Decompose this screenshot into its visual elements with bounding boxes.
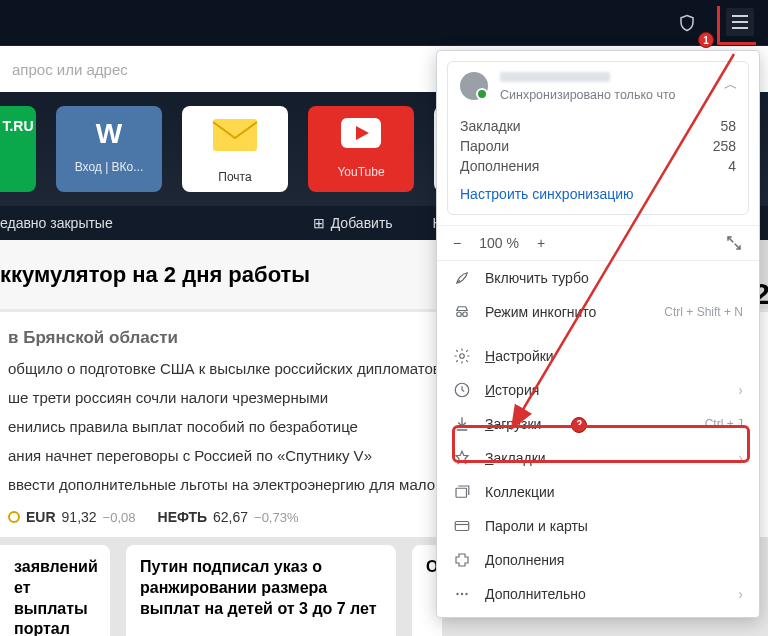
news-card[interactable]: Путин подписал указ о ранжировании разме… — [126, 545, 396, 636]
card-icon — [453, 517, 471, 535]
tile-textru[interactable]: T.RU — [0, 106, 36, 192]
sync-row: Пароли258 — [460, 136, 736, 156]
svg-point-4 — [457, 312, 462, 317]
dot-icon — [8, 511, 20, 523]
sync-status-box[interactable]: Синхронизировано только что ︿ Закладки58… — [447, 61, 749, 215]
tile-mail[interactable]: Почта — [182, 106, 288, 192]
download-icon — [453, 415, 471, 433]
svg-point-5 — [463, 312, 468, 317]
menu-downloads[interactable]: Загрузки 2 Ctrl + J — [437, 407, 759, 441]
star-icon — [453, 449, 471, 467]
dots-icon — [453, 585, 471, 603]
zoom-value: 100 % — [479, 235, 519, 251]
svg-rect-8 — [456, 488, 467, 497]
main-menu-panel: Синхронизировано только что ︿ Закладки58… — [436, 50, 760, 618]
sync-row: Дополнения4 — [460, 156, 736, 176]
menu-addons[interactable]: Дополнения — [437, 543, 759, 577]
browser-titlebar: 1 — [0, 0, 768, 46]
add-tile[interactable]: ⊞ Добавить — [313, 215, 393, 231]
vk-icon: W — [96, 118, 122, 150]
fullscreen-icon[interactable] — [725, 234, 743, 252]
svg-rect-9 — [455, 522, 469, 531]
menu-more[interactable]: Дополнительно › — [437, 577, 759, 611]
menu-passwords[interactable]: Пароли и карты — [437, 509, 759, 543]
main-menu-button[interactable] — [726, 8, 754, 36]
menu-incognito[interactable]: Режим инкогнито Ctrl + Shift + N — [437, 295, 759, 329]
recently-closed[interactable]: едавно закрытые — [0, 215, 113, 231]
youtube-icon — [341, 118, 381, 155]
history-icon — [453, 381, 471, 399]
tile-youtube[interactable]: YouTube — [308, 106, 414, 192]
gear-icon — [453, 347, 471, 365]
chevron-right-icon: › — [738, 382, 743, 398]
collections-icon — [453, 483, 471, 501]
annotation-badge-1: 1 — [698, 32, 714, 48]
zoom-controls: − 100 % + — [437, 225, 759, 261]
chevron-right-icon: › — [738, 586, 743, 602]
svg-point-6 — [460, 354, 465, 359]
chevron-right-icon: › — [738, 450, 743, 466]
sync-status: Синхронизировано только что — [500, 88, 736, 102]
address-placeholder: апрос или адрес — [12, 61, 128, 78]
svg-point-3 — [9, 512, 19, 522]
rocket-icon — [453, 269, 471, 287]
menu-bookmarks[interactable]: Закладки › — [437, 441, 759, 475]
tile-vk[interactable]: W Вход | ВКо... — [56, 106, 162, 192]
shield-icon[interactable] — [678, 14, 696, 32]
sync-row: Закладки58 — [460, 116, 736, 136]
svg-point-12 — [465, 593, 467, 595]
svg-point-10 — [456, 593, 458, 595]
zoom-in-button[interactable]: + — [537, 235, 545, 251]
menu-turbo[interactable]: Включить турбо — [437, 261, 759, 295]
svg-rect-0 — [213, 119, 257, 151]
puzzle-icon — [453, 551, 471, 569]
mail-icon — [212, 118, 258, 160]
plus-icon: ⊞ — [313, 215, 325, 231]
hamburger-annotation — [717, 6, 756, 45]
configure-sync-link[interactable]: Настроить синхронизацию — [460, 186, 634, 202]
chevron-up-icon[interactable]: ︿ — [724, 76, 738, 94]
svg-point-11 — [461, 593, 463, 595]
menu-collections[interactable]: Коллекции — [437, 475, 759, 509]
menu-history[interactable]: История › — [437, 373, 759, 407]
account-name-blurred — [500, 72, 610, 82]
zoom-out-button[interactable]: − — [453, 235, 461, 251]
menu-settings[interactable]: Настройки — [437, 339, 759, 373]
news-card[interactable]: заявлений ет выплаты портал — [0, 545, 110, 636]
incognito-icon — [453, 303, 471, 321]
sync-ok-icon — [476, 88, 488, 100]
annotation-badge-2: 2 — [571, 417, 587, 433]
